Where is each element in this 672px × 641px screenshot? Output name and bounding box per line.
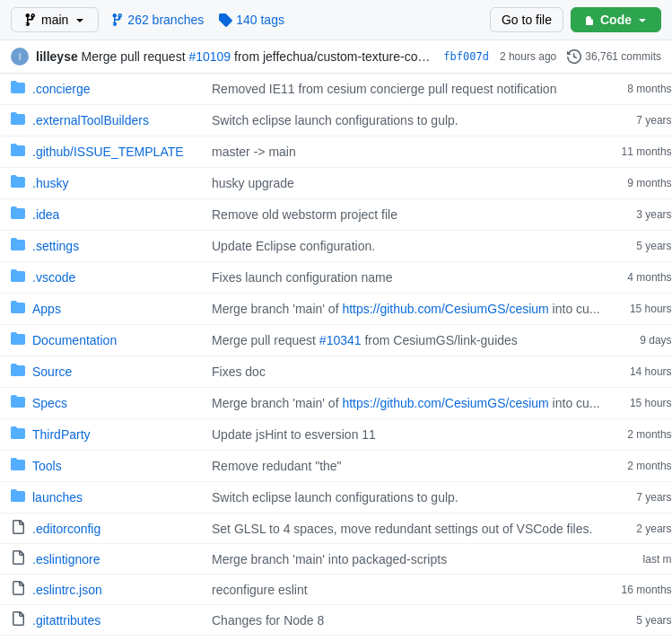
file-name-link[interactable]: Apps — [32, 302, 61, 316]
branch-icon-small — [109, 13, 124, 27]
table-row: SpecsMerge branch 'main' of https://gith… — [0, 388, 672, 419]
commit-msg-link[interactable]: #10341 — [319, 333, 362, 347]
file-icon — [11, 581, 25, 598]
file-name-link[interactable]: .concierge — [32, 82, 91, 96]
table-row: .github/ISSUE_TEMPLATEmaster -> main11 m… — [0, 136, 672, 168]
table-row: ToolsRemove redudant "the"2 months ago — [0, 451, 672, 482]
commit-message: Merge pull request #10341 from CesiumGS/… — [212, 333, 518, 347]
commit-time: 15 hours ago — [611, 388, 672, 419]
table-row: SourceFixes doc14 hours ago — [0, 356, 672, 388]
file-name-link[interactable]: .idea — [32, 207, 59, 222]
table-row: ThirdPartyUpdate jsHint to esversion 112… — [0, 419, 672, 451]
folder-icon — [11, 174, 25, 192]
commit-time: 14 hours ago — [611, 356, 672, 388]
commit-message: Fixes launch configuration name — [212, 270, 393, 285]
commits-total: 36,761 commits — [585, 50, 661, 63]
folder-icon — [11, 457, 25, 475]
toolbar-right: Go to file Code — [490, 7, 661, 32]
table-row: .gitignoreCopy jasmine fileslast month — [0, 636, 672, 642]
commit-message: Merge branch 'main' into packaged-script… — [212, 552, 447, 566]
table-row: .gitattributesChanges for Node 85 years … — [0, 605, 672, 636]
branch-name: main — [41, 13, 68, 27]
go-to-file-button[interactable]: Go to file — [490, 7, 563, 32]
commit-msg-link[interactable]: https://github.com/CesiumGS/cesium — [342, 396, 548, 410]
commit-time: 11 months ago — [611, 136, 672, 168]
commit-message: Remove redudant "the" — [212, 459, 342, 473]
folder-icon — [11, 331, 25, 349]
file-name-link[interactable]: Source — [32, 364, 72, 379]
commit-time: 5 years ago — [611, 605, 672, 636]
tags-link[interactable]: 140 tags — [218, 13, 284, 27]
folder-icon — [11, 111, 25, 129]
folder-icon — [11, 206, 25, 224]
commits-count: 36,761 commits — [567, 49, 661, 64]
commit-info: lilleyse Merge pull request #10109 from … — [36, 49, 436, 64]
file-icon — [11, 520, 25, 537]
tags-count: 140 tags — [236, 13, 284, 27]
table-row: launchesSwitch eclipse launch configurat… — [0, 482, 672, 514]
branches-link[interactable]: 262 branches — [109, 13, 204, 27]
table-row: .settingsUpdate Eclipse configuration.5 … — [0, 231, 672, 262]
file-name-link[interactable]: .husky — [32, 176, 68, 190]
pr-link[interactable]: #10109 — [188, 49, 231, 64]
file-icon — [11, 550, 25, 567]
commit-bar: l lilleyse Merge pull request #10109 fro… — [0, 40, 672, 74]
file-name-link[interactable]: Documentation — [32, 333, 117, 347]
commit-time: 8 months ago — [611, 74, 672, 105]
file-name-link[interactable]: .gitattributes — [32, 613, 100, 628]
commit-time: 3 years ago — [611, 199, 672, 231]
code-icon — [582, 13, 597, 27]
code-label: Code — [600, 13, 632, 27]
commit-meta: fbf007d 2 hours ago 36,761 commits — [443, 49, 661, 64]
commit-time: 15 hours ago — [611, 294, 672, 325]
file-name-link[interactable]: .settings — [32, 239, 79, 253]
file-name-link[interactable]: .eslintrc.json — [32, 583, 102, 597]
file-name-link[interactable]: launches — [32, 490, 83, 505]
commit-time: 2 months ago — [611, 419, 672, 451]
commit-message: master -> main — [212, 145, 296, 159]
commit-time: 7 years ago — [611, 105, 672, 136]
folder-icon — [11, 300, 25, 318]
table-row: DocumentationMerge pull request #10341 f… — [0, 325, 672, 356]
file-icon — [11, 611, 25, 628]
file-name-link[interactable]: ThirdParty — [32, 427, 91, 442]
commit-time: 2 years ago — [611, 514, 672, 544]
chevron-down-icon-code — [635, 13, 650, 27]
commit-message: Remove old webstorm project file — [212, 207, 397, 222]
folder-icon — [11, 363, 25, 381]
table-row: .eslintrc.jsonreconfigure eslint16 month… — [0, 575, 672, 605]
file-name-link[interactable]: .vscode — [32, 270, 75, 285]
table-row: .conciergeRemoved IE11 from cesium conci… — [0, 74, 672, 105]
table-row: .huskyhusky upgrade9 months ago — [0, 168, 672, 199]
toolbar: main 262 branches 140 tags Go to file Co… — [0, 0, 672, 40]
commit-hash[interactable]: fbf007d — [443, 50, 489, 63]
commit-author: lilleyse — [36, 49, 78, 64]
commit-time: 4 months ago — [611, 262, 672, 294]
file-name-link[interactable]: Specs — [32, 396, 67, 410]
file-name-link[interactable]: .editorconfig — [32, 522, 100, 536]
commit-time: 2 hours ago — [500, 50, 556, 63]
table-row: .editorconfigSet GLSL to 4 spaces, move … — [0, 514, 672, 544]
branch-selector[interactable]: main — [11, 7, 99, 32]
commit-message: Changes for Node 8 — [212, 613, 324, 628]
branch-icon — [22, 13, 37, 27]
commit-message: Removed IE11 from cesium concierge pull … — [212, 82, 556, 96]
avatar: l — [11, 48, 29, 66]
file-name-link[interactable]: .github/ISSUE_TEMPLATE — [32, 145, 184, 159]
branches-count: 262 branches — [127, 13, 204, 27]
commit-message: reconfigure eslint — [212, 583, 308, 597]
file-name-link[interactable]: Tools — [32, 459, 62, 473]
commit-message: husky upgrade — [212, 176, 294, 190]
file-name-link[interactable]: .externalToolBuilders — [32, 113, 149, 127]
table-row: .ideaRemove old webstorm project file3 y… — [0, 199, 672, 231]
commit-time: last month — [611, 636, 672, 642]
commit-message: Switch eclipse launch configurations to … — [212, 113, 458, 127]
folder-icon — [11, 394, 25, 412]
commit-message: Merge branch 'main' of https://github.co… — [212, 396, 600, 410]
meta-links: 262 branches 140 tags — [109, 13, 479, 27]
commit-msg-link[interactable]: https://github.com/CesiumGS/cesium — [342, 302, 548, 316]
file-name-link[interactable]: .eslintignore — [32, 552, 100, 566]
folder-icon — [11, 80, 25, 98]
code-button[interactable]: Code — [571, 7, 661, 32]
folder-icon — [11, 426, 25, 443]
